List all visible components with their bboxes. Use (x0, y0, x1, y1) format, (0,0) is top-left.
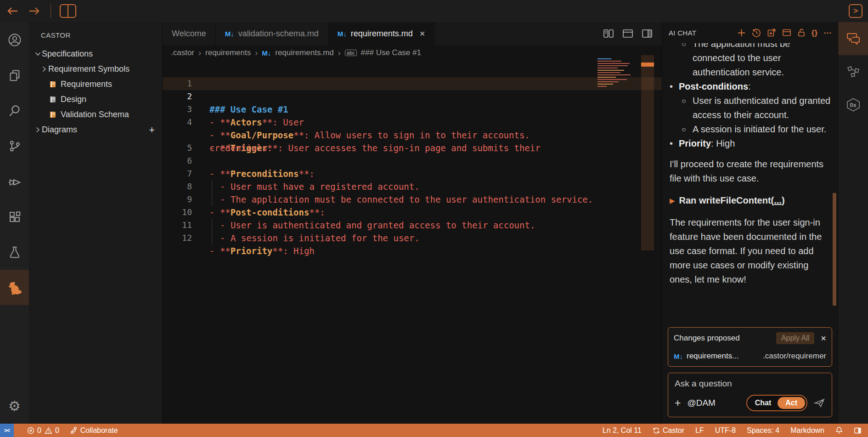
split-layout-icon[interactable] (59, 4, 77, 18)
chat-input-card[interactable]: + @DAM Chat Act (668, 373, 832, 417)
unlock-icon[interactable] (797, 28, 806, 37)
collaborate-button[interactable]: Collaborate (70, 426, 118, 435)
tree-item-validation-schema[interactable]: Validation Schema (29, 107, 162, 122)
split-editor-icon[interactable] (642, 28, 653, 39)
tab-welcome[interactable]: Welcome (163, 22, 216, 45)
search-icon[interactable] (0, 93, 29, 128)
branch-sync[interactable]: Castor (653, 426, 684, 435)
add-context-icon[interactable]: + (675, 398, 681, 409)
remote-indicator[interactable]: >< (0, 424, 14, 437)
minimap[interactable] (597, 57, 633, 88)
chat-input[interactable] (675, 379, 825, 389)
history-icon[interactable] (752, 28, 761, 37)
open-panel-button[interactable]: > (849, 4, 862, 18)
settings-gear-icon[interactable]: ⚙ (0, 388, 29, 424)
apply-all-button[interactable]: Apply All (776, 332, 814, 344)
chat-panel-title: AI CHAT (669, 29, 696, 37)
diagram-flow-icon[interactable] (838, 55, 868, 88)
open-preview-icon[interactable] (603, 28, 614, 39)
breadcrumb-item[interactable]: .castor (171, 48, 194, 57)
breadcrumb-separator: › (255, 48, 258, 58)
explorer-icon[interactable] (0, 57, 29, 93)
indentation-indicator[interactable]: Spaces: 4 (747, 426, 779, 435)
encoding-indicator[interactable]: UTF-8 (715, 426, 736, 435)
secondary-bar: 0x (838, 22, 868, 424)
testing-icon[interactable] (0, 234, 29, 270)
notifications-bell-icon[interactable] (835, 426, 843, 434)
toggle-chat-option[interactable]: Chat (749, 398, 778, 408)
code-line[interactable]: 12 (163, 219, 662, 232)
minimap-slider[interactable] (641, 55, 654, 250)
chat-message-list: ○ The application must be connected to t… (662, 43, 838, 324)
hex-0x-icon[interactable]: 0x (838, 88, 868, 121)
tab-validation-schema[interactable]: M↓ validation-schema.md (216, 22, 328, 45)
code-line[interactable]: 1 ### Use Case #1 (163, 64, 662, 77)
collaborate-label: Collaborate (80, 426, 118, 435)
code-line[interactable]: 10 - A session is initiated for the user… (163, 193, 662, 206)
send-icon[interactable] (814, 398, 825, 408)
extensions-icon[interactable] (0, 199, 29, 234)
changed-file-name: requirements... (687, 352, 738, 361)
language-mode[interactable]: Markdown (790, 426, 824, 435)
code-line[interactable]: 3 - **Goal/Purpose**: Allow users to sig… (163, 90, 662, 103)
back-arrow-icon[interactable] (6, 6, 18, 16)
forward-arrow-icon[interactable] (28, 6, 40, 16)
castor-beaver-icon[interactable] (0, 270, 29, 305)
agent-mention[interactable]: @DAM (687, 398, 716, 408)
close-tab-icon[interactable]: × (420, 28, 425, 39)
code-line-current[interactable]: 2 - **Actors**: User (163, 77, 662, 90)
changed-file-row[interactable]: M↓ requirements... .castor/requiremer (674, 352, 826, 361)
code-line[interactable]: 5 - **Preconditions**: (163, 129, 662, 142)
problems-errors[interactable]: 0 (27, 426, 41, 435)
chat-header: AI CHAT {} ⋯ (662, 22, 838, 43)
tree-item-diagrams[interactable]: Diagrams + (29, 122, 162, 137)
status-left: 0 0 Collaborate (14, 426, 118, 435)
tool-call-dots[interactable]: ... (774, 195, 782, 205)
ai-chat-panel: AI CHAT {} ⋯ (662, 22, 838, 424)
chat-scrollbar[interactable] (833, 193, 836, 306)
ai-chat-icon[interactable] (838, 22, 868, 55)
open-bullet-icon: ○ (682, 122, 693, 136)
breadcrumb-item[interactable]: requirements (205, 48, 251, 57)
account-icon[interactable] (0, 22, 29, 57)
tab-requirements[interactable]: M↓ requirements.md × (328, 22, 435, 45)
overview-ruler-cursor (641, 62, 654, 67)
close-changes-icon[interactable]: × (821, 333, 826, 344)
toggle-panel-icon[interactable] (622, 28, 633, 39)
chat-act-toggle[interactable]: Chat Act (746, 395, 807, 411)
code-line[interactable]: 6 - User must have a registered account. (163, 142, 662, 154)
braces-icon[interactable]: {} (812, 29, 817, 37)
run-debug-icon[interactable] (0, 164, 29, 199)
new-chat-icon[interactable] (737, 28, 746, 37)
tree-item-design[interactable]: Design (29, 92, 162, 107)
toggle-act-option[interactable]: Act (778, 397, 805, 409)
code-line[interactable]: 9 - User is authenticated and granted ac… (163, 180, 662, 193)
add-diagram-button[interactable]: + (149, 124, 162, 136)
tree-item-requirement-symbols[interactable]: Requirement Symbols (29, 62, 162, 77)
breadcrumb-item[interactable]: requirements.md (275, 48, 334, 57)
tree-item-specifications[interactable]: Specifications (29, 46, 162, 62)
code-line[interactable]: 11 - **Priority**: High (163, 206, 662, 219)
code-line[interactable]: 4 - **Trigger**: User accesses the sign-… (163, 103, 662, 116)
chat-paragraph: The requirements for the user sign-in fe… (670, 216, 831, 287)
tree-item-requirements[interactable]: Requirements (29, 77, 162, 92)
breadcrumb-item[interactable]: ### Use Case #1 (361, 48, 421, 57)
expand-arrow-icon[interactable]: ▶ (670, 193, 675, 208)
chat-list-text: Post-conditions: (679, 79, 751, 94)
panel-layout-icon[interactable] (782, 28, 791, 37)
tree-label: Validation Schema (61, 110, 129, 119)
code-line[interactable]: 7 - The application must be connected to… (163, 154, 662, 167)
cursor-position[interactable]: Ln 2, Col 11 (603, 426, 642, 435)
panel-toggle-icon[interactable] (854, 427, 862, 434)
more-actions-icon[interactable]: ⋯ (823, 29, 831, 37)
problems-warnings[interactable]: 0 (45, 426, 59, 435)
code-line[interactable]: 8 - **Post-conditions**: (163, 167, 662, 180)
tool-call-row[interactable]: ▶ Ran writeFileContent(...) (670, 193, 831, 208)
code-area[interactable]: 1 ### Use Case #1 2 - **Actors**: User 3… (163, 61, 662, 232)
export-chat-icon[interactable] (767, 28, 776, 37)
code-line-wrap[interactable]: credentials. (163, 116, 662, 129)
source-control-icon[interactable] (0, 128, 29, 164)
symbol-abc-icon: abc (345, 50, 357, 56)
breadcrumb-separator: › (198, 48, 201, 58)
eol-indicator[interactable]: LF (695, 426, 704, 435)
